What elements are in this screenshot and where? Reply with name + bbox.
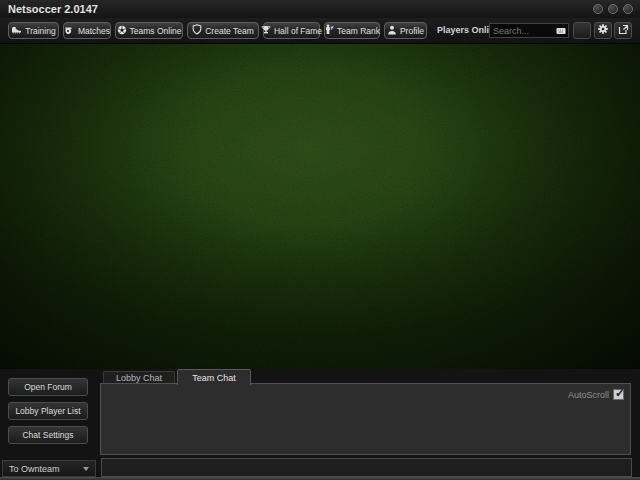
boot-icon [11, 25, 22, 37]
search-input[interactable] [490, 26, 556, 36]
new-window-icon [618, 23, 629, 38]
minimize-button[interactable] [593, 4, 603, 14]
blank-toolbar-button[interactable] [573, 22, 591, 39]
window-title: Netsoccer 2.0147 [8, 0, 98, 18]
chat-target-dropdown[interactable]: To Ownteam [2, 460, 96, 477]
pitch-vignette [0, 44, 640, 369]
app-window: Netsoccer 2.0147 Training Matches Teams … [0, 0, 640, 480]
chat-message-input[interactable] [101, 458, 632, 477]
new-window-button[interactable] [614, 22, 632, 39]
person-icon [387, 25, 397, 37]
gear-icon [597, 23, 609, 38]
nav-button-training[interactable]: Training [8, 22, 59, 39]
nav-label: Matches [78, 26, 110, 36]
nav-label: Hall of Fame [274, 26, 322, 36]
rank-person-icon [324, 24, 334, 37]
chat-target-value: To Ownteam [9, 464, 60, 474]
tab-team-chat[interactable]: Team Chat [177, 369, 251, 385]
autoscroll-checkbox[interactable] [613, 389, 624, 400]
nav-button-profile[interactable]: Profile [384, 22, 427, 39]
soccer-ball-icon [117, 25, 127, 37]
settings-button[interactable] [594, 22, 612, 39]
close-button[interactable] [623, 4, 633, 14]
nav-button-hall-of-fame[interactable]: Hall of Fame [263, 22, 320, 39]
lobby-player-list-button[interactable]: Lobby Player List [8, 402, 88, 420]
maximize-button[interactable] [608, 4, 618, 14]
whistle-icon [64, 25, 75, 37]
nav-label: Create Team [205, 26, 254, 36]
chat-settings-button[interactable]: Chat Settings [8, 426, 88, 444]
keyboard-icon [556, 27, 566, 35]
shield-icon [192, 24, 202, 37]
nav-label: Team Rank [337, 26, 380, 36]
open-forum-button[interactable]: Open Forum [8, 378, 88, 396]
autoscroll-control: AutoScroll [568, 389, 624, 400]
nav-label: Teams Online [130, 26, 182, 36]
trophy-icon [261, 25, 271, 37]
nav-button-create-team[interactable]: Create Team [187, 22, 259, 39]
nav-label: Profile [400, 26, 424, 36]
chevron-down-icon [83, 467, 89, 471]
window-controls [593, 4, 633, 14]
search-box [489, 23, 569, 38]
nav-button-matches[interactable]: Matches [63, 22, 111, 39]
nav-label: Training [25, 26, 55, 36]
autoscroll-label: AutoScroll [568, 390, 609, 400]
nav-button-team-rank[interactable]: Team Rank [324, 22, 380, 39]
nav-button-teams-online[interactable]: Teams Online [115, 22, 183, 39]
chat-message-area[interactable]: AutoScroll [100, 383, 631, 455]
game-pitch [0, 44, 640, 369]
title-bar: Netsoccer 2.0147 [0, 0, 640, 18]
